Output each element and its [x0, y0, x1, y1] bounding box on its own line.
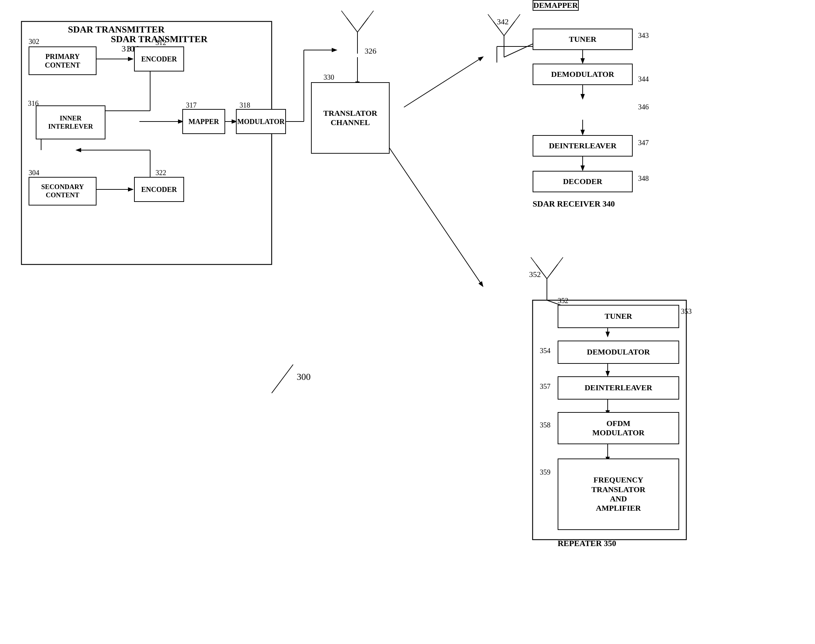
sdar-tuner-number: 343	[638, 31, 649, 40]
encoder1-number: 312	[155, 38, 166, 47]
ofdm-modulator-block: OFDMMODULATOR	[558, 412, 679, 444]
freq-translator-number: 359	[540, 468, 551, 476]
antenna-342-label: 342	[497, 17, 509, 26]
inner-interleaver-block: INNERINTERLEVER	[36, 106, 106, 140]
encoder1-block: ENCODER	[134, 46, 184, 72]
secondary-content-number: 304	[29, 169, 39, 177]
svg-line-27	[347, 18, 358, 32]
freq-translator-block: FREQUENCYTRANSLATORANDAMPLIFIER	[558, 458, 679, 530]
modulator-block: MODULATOR	[236, 109, 286, 134]
svg-line-16	[386, 143, 483, 286]
sdar-decoder-block: DECODER	[533, 171, 633, 192]
modulator-number: 318	[239, 101, 250, 109]
translator-channel-number: 330	[324, 73, 334, 81]
svg-line-29	[341, 11, 352, 25]
primary-content-number: 302	[29, 38, 39, 46]
repeater-demodulator-block: DEMODULATOR	[558, 340, 679, 364]
svg-line-15	[404, 57, 483, 107]
sdar-receiver-label: SDAR RECEIVER 340	[533, 199, 615, 209]
sdar-deinterleaver-number: 347	[638, 139, 649, 147]
repeater-tuner-block: TUNER	[558, 305, 679, 328]
repeater-tuner-number-right: 353	[681, 307, 692, 316]
ofdm-modulator-number: 358	[540, 421, 551, 429]
primary-content-block: PRIMARYCONTENT	[29, 46, 97, 75]
repeater-tuner-number-left: 352	[558, 297, 568, 305]
sdar-decoder-number: 348	[638, 175, 649, 182]
antenna-352-label: 352	[529, 270, 541, 279]
mapper-number: 317	[186, 101, 196, 109]
inner-interleaver-number: 316	[28, 99, 38, 107]
svg-line-48	[272, 365, 293, 393]
repeater-deinterleaver-number: 357	[540, 382, 551, 391]
svg-line-40	[531, 257, 542, 271]
encoder2-block: ENCODER	[134, 177, 184, 202]
repeater-deinterleaver-block: DEINTERLEAVER	[558, 376, 679, 400]
sdar-demapper-number: 346	[638, 103, 649, 111]
sdar-demapper-block: DEMAPPER	[533, 0, 579, 11]
sdar-deinterleaver-block: DEINTERLEAVER	[533, 135, 633, 156]
repeater-label: REPEATER 350	[558, 539, 616, 548]
sdar-demodulator-block: DEMODULATOR	[533, 64, 633, 85]
svg-line-35	[510, 14, 520, 29]
repeater-demodulator-number: 354	[540, 347, 551, 355]
svg-line-41	[552, 257, 563, 271]
svg-line-30	[363, 11, 373, 25]
figure-number: 300	[297, 372, 311, 382]
svg-line-28	[358, 18, 368, 32]
secondary-content-block: SECONDARYCONTENT	[29, 177, 97, 205]
sdar-demodulator-number: 344	[638, 75, 649, 83]
mapper-block: MAPPER	[182, 109, 225, 134]
sdar-transmitter-label: SDAR TRANSMITTER	[68, 24, 164, 35]
antenna-326-label: 326	[365, 46, 376, 56]
svg-line-39	[547, 264, 558, 279]
encoder2-number: 322	[155, 169, 166, 177]
translator-channel-block: TRANSLATORCHANNEL	[311, 82, 390, 154]
sdar-tuner-block: TUNER	[533, 29, 633, 50]
